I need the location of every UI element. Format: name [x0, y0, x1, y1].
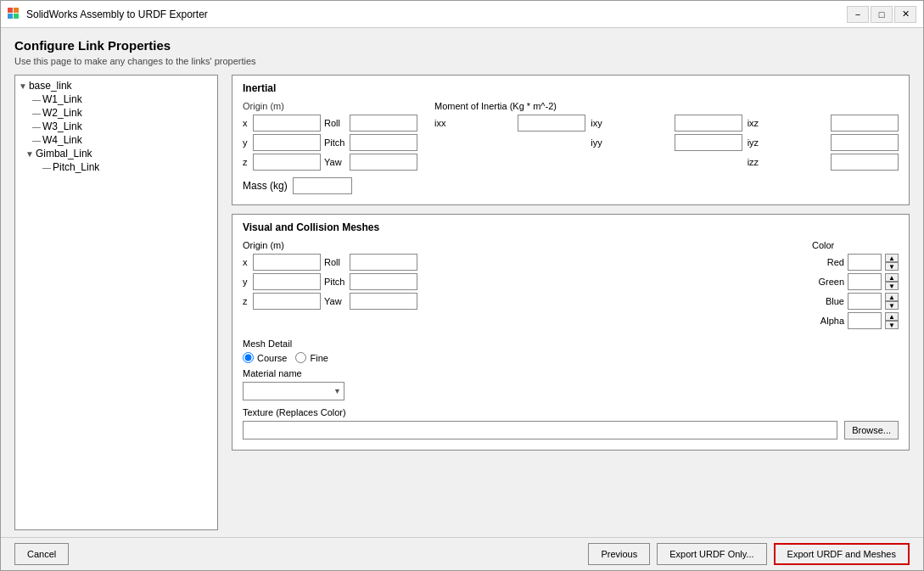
tree-dash-icon: —: [32, 122, 41, 132]
inertial-z-row: z Yaw: [243, 154, 417, 171]
main-window: SolidWorks Assembly to URDF Exporter − □…: [0, 0, 924, 571]
inertial-section: Inertial Origin (m) x Roll: [232, 75, 910, 205]
green-down-btn[interactable]: ▼: [885, 282, 899, 290]
tree-dash-icon: —: [42, 163, 51, 172]
yaw-label: Yaw: [324, 157, 346, 167]
green-row: Green 1 ▲ ▼: [812, 273, 899, 290]
red-up-btn[interactable]: ▲: [885, 254, 899, 262]
green-up-btn[interactable]: ▲: [885, 273, 899, 282]
alpha-down-btn[interactable]: ▼: [885, 321, 899, 329]
inertial-pitch-input[interactable]: [350, 134, 417, 151]
tree-dash-icon: —: [32, 136, 41, 145]
app-icon: [8, 8, 21, 21]
tree-item-label: Pitch_Link: [53, 161, 99, 173]
course-radio[interactable]: [243, 352, 254, 363]
tree-item-w2-link[interactable]: — W2_Link: [19, 106, 214, 120]
iyz-input[interactable]: [831, 134, 899, 151]
page-title: Configure Link Properties: [14, 38, 910, 53]
inertial-x-input[interactable]: [253, 115, 321, 132]
close-button[interactable]: ✕: [894, 6, 916, 23]
visual-y-input[interactable]: [253, 273, 321, 290]
texture-label: Texture (Replaces Color): [243, 407, 899, 417]
red-label: Red: [812, 257, 844, 267]
mass-input[interactable]: [293, 177, 352, 194]
visual-z-input[interactable]: [253, 293, 321, 310]
material-section: Material name ▼: [243, 368, 899, 400]
tree-item-w1-link[interactable]: — W1_Link: [19, 92, 214, 106]
tree-item-gimbal-link[interactable]: ▼ Gimbal_Link: [19, 147, 214, 160]
ixx-input[interactable]: [518, 115, 585, 132]
texture-section: Texture (Replaces Color) Browse...: [243, 407, 899, 439]
svg-rect-2: [8, 14, 13, 19]
material-dropdown[interactable]: [243, 382, 344, 400]
blue-input[interactable]: 1: [848, 293, 882, 310]
z-label: z: [243, 157, 249, 167]
tree-panel: ▼ base_link — W1_Link — W2_Link: [14, 75, 218, 530]
visual-x-input[interactable]: [253, 254, 321, 271]
cancel-button[interactable]: Cancel: [14, 543, 69, 565]
fine-option[interactable]: Fine: [295, 352, 328, 363]
vyaw-label: Yaw: [324, 296, 346, 306]
tree-item-label: W3_Link: [42, 120, 82, 132]
red-spinner: ▲ ▼: [885, 254, 899, 271]
alpha-spinner: ▲ ▼: [885, 312, 899, 329]
window-controls: − □ ✕: [847, 6, 916, 23]
green-input[interactable]: 1: [848, 273, 882, 290]
inertial-y-input[interactable]: [253, 134, 321, 151]
visual-y-row: y Pitch: [243, 273, 417, 290]
previous-button[interactable]: Previous: [588, 543, 650, 565]
tree-item-base-link[interactable]: ▼ base_link: [19, 79, 214, 92]
ixx-label: ixx: [434, 118, 512, 128]
iyy-input[interactable]: [675, 134, 742, 151]
browse-button[interactable]: Browse...: [844, 421, 899, 439]
restore-button[interactable]: □: [871, 6, 893, 23]
svg-rect-1: [14, 8, 19, 13]
ixy-input[interactable]: [675, 115, 742, 132]
red-row: Red 1 ▲ ▼: [812, 254, 899, 271]
alpha-up-btn[interactable]: ▲: [885, 312, 899, 321]
inertial-x-row: x Roll: [243, 115, 417, 132]
ixz-input[interactable]: [831, 115, 899, 132]
izz-input[interactable]: [831, 154, 899, 171]
main-layout: ▼ base_link — W1_Link — W2_Link: [14, 75, 910, 530]
inertial-y-row: y Pitch: [243, 134, 417, 151]
export-urdf-meshes-button[interactable]: Export URDF and Meshes: [774, 543, 910, 565]
blue-spinner: ▲ ▼: [885, 293, 899, 310]
texture-input[interactable]: [243, 421, 837, 439]
course-option[interactable]: Course: [243, 352, 287, 363]
red-down-btn[interactable]: ▼: [885, 262, 899, 271]
visual-yaw-input[interactable]: [350, 293, 417, 310]
vroll-label: Roll: [324, 257, 346, 267]
tree-item-w3-link[interactable]: — W3_Link: [19, 120, 214, 133]
blue-up-btn[interactable]: ▲: [885, 293, 899, 301]
fine-radio[interactable]: [295, 352, 306, 363]
export-urdf-button[interactable]: Export URDF Only...: [657, 543, 766, 565]
tree-item-w4-link[interactable]: — W4_Link: [19, 133, 214, 147]
ixz-label: ixz: [748, 118, 826, 128]
visual-title: Visual and Collision Meshes: [243, 221, 899, 233]
minimize-button[interactable]: −: [847, 6, 869, 23]
inertial-roll-input[interactable]: [350, 115, 417, 132]
visual-roll-input[interactable]: [350, 254, 417, 271]
vz-label: z: [243, 296, 249, 306]
bottom-bar: Cancel Previous Export URDF Only... Expo…: [1, 537, 923, 570]
mesh-detail-options: Course Fine: [243, 352, 899, 363]
alpha-input[interactable]: 1: [848, 312, 882, 329]
inertial-yaw-input[interactable]: [350, 154, 417, 171]
course-label: Course: [257, 353, 287, 363]
red-input[interactable]: 1: [848, 254, 882, 271]
roll-label: Roll: [324, 118, 346, 128]
tree-item-pitch-link[interactable]: — Pitch_Link: [19, 160, 214, 174]
blue-down-btn[interactable]: ▼: [885, 301, 899, 310]
visual-pitch-input[interactable]: [350, 273, 417, 290]
mass-row: Mass (kg): [243, 177, 899, 194]
visual-grid: Origin (m) x Roll y Pitch: [243, 240, 899, 332]
inertial-title: Inertial: [243, 82, 899, 94]
visual-z-row: z Yaw: [243, 293, 417, 310]
green-spinner: ▲ ▼: [885, 273, 899, 290]
inertial-origin-label: Origin (m): [243, 101, 417, 111]
mesh-detail-label: Mesh Detail: [243, 339, 899, 349]
title-bar: SolidWorks Assembly to URDF Exporter − □…: [1, 1, 923, 28]
inertial-z-input[interactable]: [253, 154, 321, 171]
material-label: Material name: [243, 368, 899, 378]
